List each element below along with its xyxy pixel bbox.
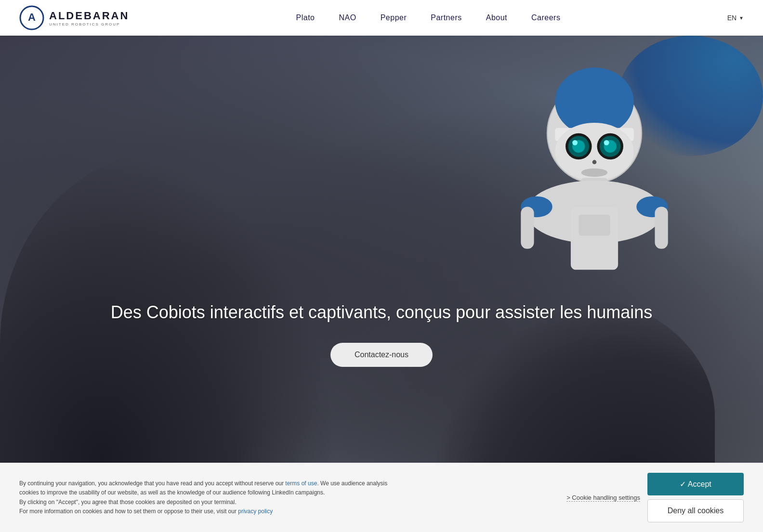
accept-cookies-button[interactable]: ✓ Accept — [647, 473, 744, 495]
lang-label: EN — [727, 14, 737, 22]
logo-subtitle: UNITED ROBOTICS GROUP — [49, 22, 129, 26]
language-selector[interactable]: EN ▼ — [727, 14, 744, 22]
cookie-text-line3: By clicking on "Accept", you agree that … — [19, 499, 237, 506]
svg-point-9 — [572, 140, 578, 145]
cookie-text-content: By continuing your navigation, you ackno… — [19, 479, 405, 516]
cookie-text-line4: For more information on cookies and how … — [19, 508, 238, 515]
site-header: A ALDEBARAN UNITED ROBOTICS GROUP Plato … — [0, 0, 763, 36]
deny-cookies-button[interactable]: Deny all cookies — [647, 499, 744, 522]
terms-of-use-link[interactable]: terms of use — [285, 480, 317, 487]
aldebaran-logo-icon: A — [19, 5, 44, 30]
svg-text:A: A — [28, 11, 36, 23]
cookie-settings-link[interactable]: > Cookie handling settings — [566, 494, 640, 502]
svg-rect-23 — [655, 207, 668, 248]
logo-text: ALDEBARAN UNITED ROBOTICS GROUP — [49, 10, 129, 26]
logo-name: ALDEBARAN — [49, 10, 129, 22]
svg-rect-22 — [521, 207, 534, 248]
nav-about[interactable]: About — [486, 13, 507, 22]
nav-pepper[interactable]: Pepper — [381, 13, 407, 22]
nav-nao[interactable]: NAO — [339, 13, 356, 22]
svg-point-15 — [581, 169, 608, 177]
nav-plato[interactable]: Plato — [296, 13, 315, 22]
svg-point-13 — [604, 140, 609, 145]
svg-rect-19 — [579, 215, 610, 236]
hero-section: Des Cobiots interactifs et captivants, c… — [0, 36, 763, 532]
logo-area[interactable]: A ALDEBARAN UNITED ROBOTICS GROUP — [19, 5, 129, 30]
privacy-policy-link[interactable]: privacy policy — [238, 508, 273, 515]
cookie-banner: By continuing your navigation, you ackno… — [0, 463, 763, 532]
contact-us-button[interactable]: Contactez-nous — [330, 343, 433, 367]
cookie-text-line1: By continuing your navigation, you ackno… — [19, 480, 285, 487]
cookie-actions: > Cookie handling settings ✓ Accept Deny… — [566, 473, 744, 522]
svg-point-14 — [592, 160, 597, 164]
cookie-buttons: ✓ Accept Deny all cookies — [647, 473, 744, 522]
chevron-down-icon: ▼ — [739, 15, 744, 21]
nav-partners[interactable]: Partners — [431, 13, 461, 22]
hero-content: Des Cobiots interactifs et captivants, c… — [111, 301, 653, 367]
main-nav: Plato NAO Pepper Partners About Careers — [296, 13, 561, 22]
hero-title: Des Cobiots interactifs et captivants, c… — [111, 301, 653, 324]
nav-careers[interactable]: Careers — [531, 13, 560, 22]
